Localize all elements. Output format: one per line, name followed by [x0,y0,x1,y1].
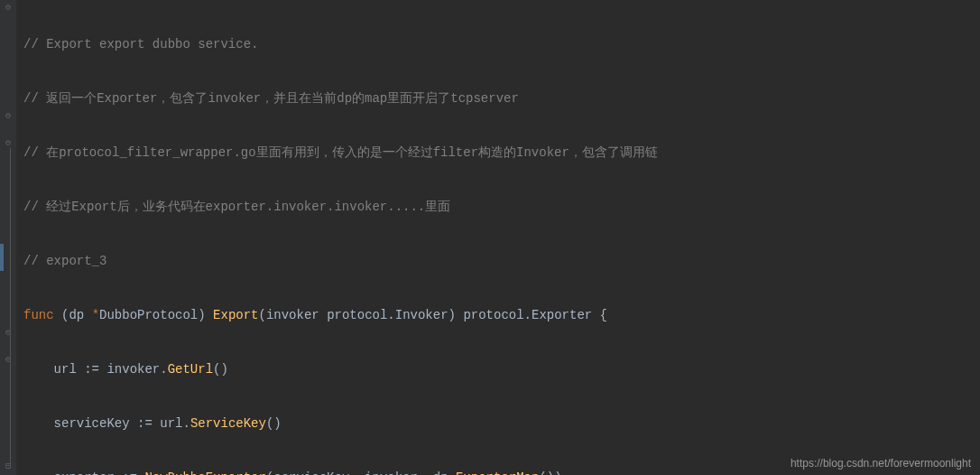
code-line: // export_3 [23,247,980,275]
change-marker [0,244,4,271]
code-line: serviceKey := url.ServiceKey() [23,410,980,437]
code-line: // 在protocol_filter_wrapper.go里面有用到，传入的是… [23,139,980,166]
code-line: url := invoker.GetUrl() [23,356,980,383]
fold-line [10,148,11,464]
keyword-func: func [23,308,61,322]
code-area[interactable]: // Export export dubbo service. // 返回一个E… [16,0,980,475]
fold-icon[interactable]: ⊖ [4,139,13,148]
comment: // 返回一个Exporter，包含了invoker，并且在当前dp的map里面… [23,91,519,106]
code-line: func (dp *DubboProtocol) Export(invoker … [23,302,980,329]
code-line: // Export export dubbo service. [23,31,980,58]
fold-icon[interactable]: ⊖ [4,329,13,338]
fold-end-icon[interactable]: ⊟ [4,462,13,471]
watermark-text: https://blog.csdn.net/forevermoonlight [790,457,971,470]
code-line: // 返回一个Exporter，包含了invoker，并且在当前dp的map里面… [23,85,980,112]
fold-icon[interactable]: ⊖ [4,356,13,365]
comment: // Export export dubbo service. [23,37,258,51]
comment: // 在protocol_filter_wrapper.go里面有用到，传入的是… [23,145,658,160]
code-editor: ⊖ ⊖ ⊖ ⊖ ⊖ ⊟ // Export export dubbo servi… [0,0,980,475]
fold-icon[interactable]: ⊖ [4,112,13,121]
comment: // export_3 [23,254,106,268]
code-line: // 经过Export后，业务代码在exporter.invoker.invok… [23,193,980,220]
fold-icon[interactable]: ⊖ [4,4,13,13]
comment: // 经过Export后，业务代码在exporter.invoker.invok… [23,200,450,214]
function-name: Export [213,308,258,322]
gutter: ⊖ ⊖ ⊖ ⊖ ⊖ ⊟ [0,0,16,475]
